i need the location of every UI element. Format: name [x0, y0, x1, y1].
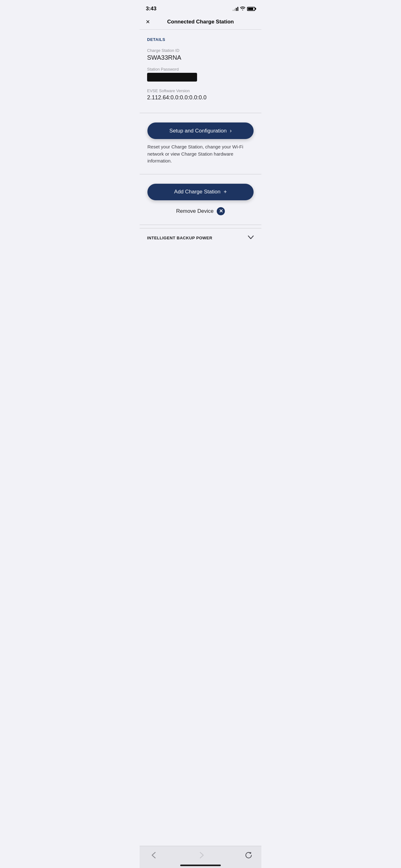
main-content: DETAILS Charge Station ID SWA33RNA Stati…: [140, 30, 261, 279]
page-title: Connected Charge Station: [167, 19, 234, 25]
details-section: DETAILS Charge Station ID SWA33RNA Stati…: [140, 30, 261, 110]
divider-3: [140, 225, 261, 225]
status-time: 3:43: [146, 6, 157, 12]
station-id-group: Charge Station ID SWA33RNA: [147, 48, 254, 61]
plus-icon: +: [224, 189, 227, 195]
setup-section: Setup and Configuration › Reset your Cha…: [140, 116, 261, 171]
divider-1: [140, 113, 261, 113]
password-group: Station Password: [147, 67, 254, 83]
ibp-label: INTELLIGENT BACKUP POWER: [147, 236, 212, 240]
add-station-button[interactable]: Add Charge Station +: [147, 184, 254, 200]
signal-icon: [233, 6, 238, 11]
chevron-down-icon: [248, 235, 254, 241]
nav-bar: × Connected Charge Station: [140, 16, 261, 30]
divider-2: [140, 174, 261, 174]
remove-device-row[interactable]: Remove Device ✕: [176, 207, 225, 215]
wifi-icon: [240, 6, 245, 11]
remove-device-label: Remove Device: [176, 208, 213, 214]
chevron-right-icon: ›: [230, 127, 232, 134]
station-id-value: SWA33RNA: [147, 54, 254, 61]
setup-button-label: Setup and Configuration: [169, 128, 226, 134]
software-version-value: 2.112.64:0.0:0.0:0.0:0.0: [147, 94, 254, 101]
remove-icon: ✕: [217, 207, 225, 215]
password-value: [147, 73, 197, 82]
station-id-label: Charge Station ID: [147, 48, 254, 53]
setup-button[interactable]: Setup and Configuration ›: [147, 122, 254, 139]
battery-icon: [247, 7, 255, 11]
details-label: DETAILS: [147, 37, 254, 42]
status-icons: [233, 6, 255, 11]
setup-description: Reset your Charge Station, change your W…: [147, 144, 254, 165]
status-bar: 3:43: [140, 0, 261, 16]
add-button-label: Add Charge Station: [174, 189, 221, 195]
password-label: Station Password: [147, 67, 254, 71]
add-station-section: Add Charge Station + Remove Device ✕: [140, 178, 261, 221]
close-button[interactable]: ×: [146, 19, 150, 25]
ibp-section[interactable]: INTELLIGENT BACKUP POWER: [140, 228, 261, 247]
software-version-group: EVSE Software Version 2.112.64:0.0:0.0:0…: [147, 88, 254, 101]
software-version-label: EVSE Software Version: [147, 88, 254, 93]
